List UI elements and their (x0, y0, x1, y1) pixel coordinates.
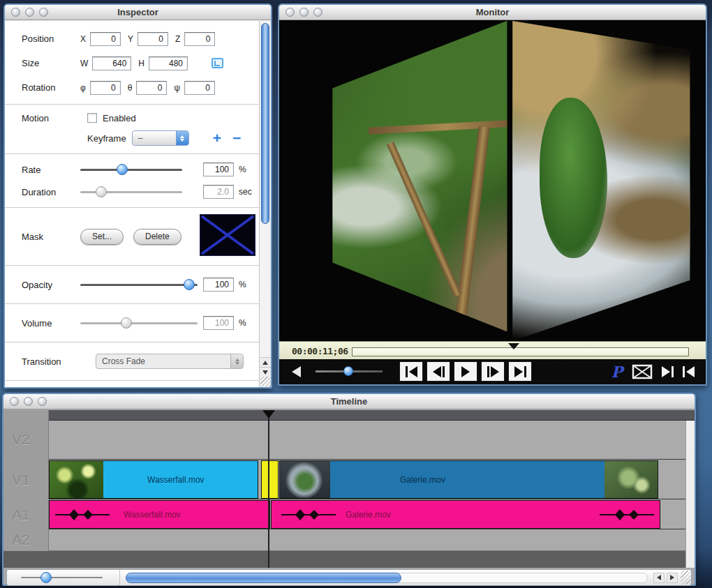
audio-clip-wasserfall[interactable]: Wasserfall.mov (49, 500, 270, 529)
position-x-field[interactable]: 0 (90, 32, 121, 46)
resize-grip-icon[interactable] (260, 377, 271, 387)
transition-popup[interactable]: Cross Fade (96, 354, 244, 369)
bamboo-pole (369, 119, 522, 135)
video-clip-galerie[interactable]: Galerie.mov (279, 460, 658, 499)
monitor-window: Monitor 00:00:11;06 (278, 3, 707, 386)
duration-unit: sec (239, 187, 255, 197)
duration-slider[interactable] (80, 186, 182, 198)
monitor-titlebar[interactable]: Monitor (279, 5, 706, 20)
size-label: Size (22, 58, 80, 68)
volume-slider-knob[interactable] (121, 317, 132, 329)
go-to-start-button[interactable] (399, 361, 423, 382)
mark-out-button[interactable] (662, 366, 674, 377)
duration-slider-knob[interactable] (96, 186, 107, 197)
volume-field[interactable]: 100 (203, 316, 234, 330)
scroll-right-icon[interactable] (667, 573, 678, 583)
timeline-horizontal-scrollbar[interactable] (126, 573, 648, 583)
volume-slider-track[interactable] (80, 322, 198, 324)
video-clip-wasserfall[interactable]: Wasserfall.mov (49, 460, 258, 499)
timeline-playhead-line[interactable] (268, 410, 269, 568)
monitor-volume-slider[interactable] (316, 370, 383, 372)
position-z-field[interactable]: 0 (184, 32, 215, 46)
track-label-a2: A2 (12, 532, 30, 548)
timeline-zoom-slider[interactable] (7, 570, 120, 585)
monitor-scrub-strip: 00:00:11;06 (279, 341, 706, 361)
rate-slider-knob[interactable] (117, 164, 128, 175)
transition-stepper-icon[interactable] (230, 354, 243, 368)
position-row: Position X 0 Y 0 Z 0 (22, 27, 255, 51)
opacity-slider[interactable] (80, 278, 198, 291)
mask-set-button[interactable]: Set... (80, 229, 124, 245)
zoom-slider-track[interactable] (21, 577, 103, 578)
add-keyframe-button[interactable]: + (213, 132, 221, 144)
constrain-proportions-icon[interactable] (212, 58, 223, 68)
size-h-field[interactable]: 480 (149, 56, 188, 70)
track-v2[interactable] (49, 421, 685, 460)
inspector-scrollbar[interactable] (259, 21, 271, 387)
mask-delete-button[interactable]: Delete (133, 229, 181, 245)
size-row: Size W 640 H 480 (22, 51, 255, 75)
opacity-slider-knob[interactable] (184, 279, 195, 290)
volume-slider[interactable] (80, 317, 198, 329)
inspector-titlebar[interactable]: Inspector (5, 5, 271, 20)
resize-grip-icon[interactable] (681, 571, 691, 585)
timeline-title: Timeline (3, 396, 695, 407)
duration-field[interactable]: 2.0 (203, 185, 234, 199)
scrub-bar[interactable] (352, 347, 689, 356)
playhead-marker-icon[interactable] (508, 343, 519, 349)
phi-axis-label: φ (80, 83, 86, 93)
zoom-button[interactable] (39, 8, 48, 17)
audio-clip-galerie[interactable]: Galerie.mov (271, 500, 660, 529)
zoom-button[interactable] (313, 8, 322, 17)
scroll-left-icon[interactable] (653, 573, 665, 583)
mark-in-button[interactable] (683, 366, 695, 377)
speaker-icon[interactable] (292, 366, 301, 377)
track-v1[interactable]: Wasserfall.mov Galerie.mov (49, 460, 685, 499)
timeline-vertical-scrollbar[interactable] (685, 421, 695, 568)
play-button[interactable] (454, 361, 477, 382)
horizontal-scrollbar-thumb[interactable] (126, 573, 401, 583)
minimize-button[interactable] (25, 8, 34, 17)
scroll-down-icon[interactable] (260, 367, 271, 377)
rotation-phi-field[interactable]: 0 (90, 81, 121, 95)
timeline-window: Timeline V2 V1 A1 A2 Wasserfall.mov (2, 393, 696, 586)
minimize-button[interactable] (299, 8, 309, 17)
mask-mode-icon[interactable] (632, 364, 653, 379)
mask-preview-x-icon (200, 214, 255, 256)
remove-keyframe-button[interactable]: − (232, 132, 241, 144)
go-to-end-button[interactable] (508, 361, 532, 382)
close-button[interactable] (10, 397, 19, 406)
scroll-up-icon[interactable] (260, 357, 271, 367)
opacity-slider-track[interactable] (80, 284, 198, 286)
opacity-label: Opacity (22, 280, 80, 290)
zoom-slider-knob[interactable] (40, 572, 52, 583)
inspector-scrollbar-thumb[interactable] (261, 23, 269, 224)
minimize-button[interactable] (24, 397, 33, 406)
opacity-field[interactable]: 100 (203, 278, 234, 292)
timeline-playhead-icon[interactable] (262, 410, 275, 419)
monitor-volume-knob[interactable] (343, 366, 353, 376)
size-w-field[interactable]: 640 (92, 56, 131, 70)
motion-enabled-checkbox[interactable] (87, 113, 97, 123)
step-back-button[interactable] (427, 361, 450, 382)
rate-slider-track[interactable] (80, 169, 182, 171)
track-a1[interactable]: Wasserfall.mov Galerie.mov (49, 500, 685, 529)
close-button[interactable] (11, 8, 20, 17)
rate-field[interactable]: 100 (203, 163, 234, 176)
position-y-field[interactable]: 0 (138, 32, 168, 46)
step-forward-button[interactable] (481, 361, 505, 382)
close-button[interactable] (285, 8, 295, 17)
hue-row: Hue 0 (22, 385, 255, 387)
transition-marker[interactable] (261, 460, 279, 499)
timeline-titlebar[interactable]: Timeline (3, 394, 695, 409)
rotation-theta-field[interactable]: 0 (136, 81, 167, 95)
zoom-button[interactable] (38, 397, 47, 406)
keyframe-stepper-icon[interactable] (176, 131, 188, 145)
timeline-ruler[interactable] (49, 410, 695, 421)
track-a2[interactable] (49, 530, 685, 551)
rotation-psi-field[interactable]: 0 (184, 81, 215, 95)
audio-waveform-icon (600, 508, 654, 521)
rate-slider[interactable] (80, 163, 182, 176)
keyframe-popup[interactable]: – (132, 130, 189, 146)
present-mode-button[interactable]: P (611, 363, 623, 381)
